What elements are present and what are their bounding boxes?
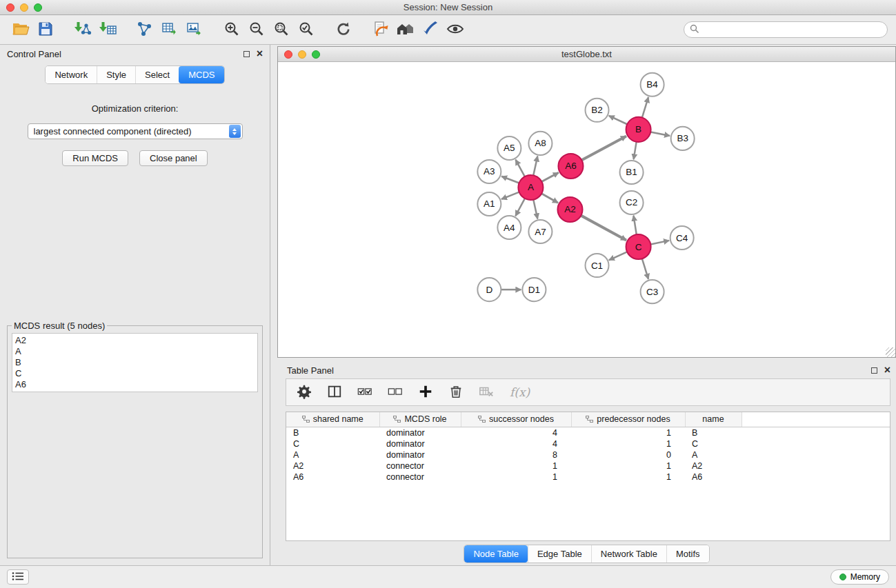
graph-node-C1[interactable]: C1 (585, 254, 608, 277)
graph-node-C[interactable]: C (626, 234, 651, 259)
network-close-button[interactable] (284, 50, 292, 59)
network-minimize-button[interactable] (298, 50, 306, 59)
select-all-button[interactable] (355, 383, 375, 402)
graph-node-A5[interactable]: A5 (497, 136, 521, 160)
graph-node-A2[interactable]: A2 (557, 197, 582, 222)
export-image-button[interactable] (182, 18, 207, 41)
zoom-out-button[interactable] (244, 18, 269, 41)
graph-node-B[interactable]: B (626, 117, 651, 142)
graph-edge-B-B4[interactable] (642, 97, 648, 118)
open-document-button[interactable] (368, 18, 393, 41)
import-network-button[interactable] (70, 18, 95, 41)
table-row[interactable]: Adominator80A (286, 449, 890, 460)
tab-network-table[interactable]: Network Table (591, 545, 666, 562)
graph-edge-A6-B[interactable] (581, 136, 626, 160)
result-item[interactable]: A2 (15, 335, 255, 346)
home-button[interactable] (393, 18, 418, 41)
graph-node-D[interactable]: D (477, 278, 501, 301)
result-item[interactable]: A6 (15, 379, 255, 390)
network-canvas[interactable]: B4B2BB3A5A8A6B1A3AC2A1A2A4A7C4CC1C3DD1 (278, 62, 895, 357)
column-header-shared-name[interactable]: shared name (286, 412, 379, 427)
import-table-button[interactable] (95, 18, 120, 41)
resize-grip[interactable] (886, 347, 895, 357)
graph-edge-A-A4[interactable] (515, 199, 525, 216)
tab-node-table[interactable]: Node Table (464, 545, 528, 562)
graph-edge-B-B2[interactable] (609, 116, 628, 124)
mcds-result-list[interactable]: A2 A B C A6 (12, 333, 258, 392)
float-panel-icon[interactable] (243, 51, 250, 57)
graph-node-A4[interactable]: A4 (497, 216, 521, 239)
result-item[interactable]: A (15, 346, 255, 357)
float-table-panel-icon[interactable] (871, 367, 877, 374)
graph-node-A8[interactable]: A8 (528, 132, 552, 155)
graph-edge-C-C3[interactable] (642, 258, 648, 279)
graph-edge-B-B1[interactable] (634, 142, 637, 160)
graph-node-C2[interactable]: C2 (620, 191, 644, 214)
search-input[interactable] (704, 25, 882, 35)
maximize-window-button[interactable] (34, 3, 42, 12)
zoom-in-button[interactable] (219, 18, 244, 41)
export-table-button[interactable] (157, 18, 182, 41)
clone-network-button[interactable] (132, 18, 157, 41)
graph-edge-A-A5[interactable] (515, 160, 524, 177)
graph-node-C4[interactable]: C4 (670, 226, 694, 250)
graph-node-A1[interactable]: A1 (477, 192, 501, 216)
criterion-dropdown[interactable]: largest connected component (directed) (28, 123, 243, 139)
refresh-view-button[interactable] (331, 18, 356, 41)
tab-select[interactable]: Select (135, 66, 179, 83)
run-mcds-button[interactable]: Run MCDS (62, 150, 128, 166)
graph-edge-A-A8[interactable] (533, 156, 537, 175)
close-window-button[interactable] (6, 3, 14, 12)
table-row[interactable]: A2connector11A2 (286, 460, 890, 472)
graph-edge-A-A7[interactable] (533, 200, 537, 219)
graph-edge-A-A2[interactable] (541, 194, 558, 203)
column-header-successor-nodes[interactable]: successor nodes (461, 412, 571, 427)
close-table-panel-icon[interactable]: × (884, 366, 890, 374)
table-row[interactable]: A6connector11A6 (286, 472, 890, 483)
column-header-predecessor-nodes[interactable]: predecessor nodes (571, 412, 685, 427)
graph-node-C3[interactable]: C3 (641, 280, 664, 303)
graph-node-A6[interactable]: A6 (558, 154, 583, 179)
graph-edge-A2-C[interactable] (581, 216, 626, 241)
close-panel-button[interactable]: Close panel (139, 150, 208, 166)
close-panel-icon[interactable]: × (257, 50, 263, 58)
result-item[interactable]: C (15, 368, 255, 379)
graph-edge-B-B3[interactable] (650, 132, 670, 136)
graph-node-B2[interactable]: B2 (585, 99, 608, 122)
new-column-button[interactable] (416, 383, 435, 402)
delete-table-button[interactable] (477, 383, 496, 402)
graph-node-B3[interactable]: B3 (671, 127, 695, 150)
zoom-fit-button[interactable] (269, 18, 294, 41)
graph-node-A7[interactable]: A7 (528, 220, 552, 243)
zoom-selected-button[interactable] (294, 18, 319, 41)
graph-node-D1[interactable]: D1 (522, 278, 546, 301)
minimize-window-button[interactable] (20, 3, 28, 12)
show-columns-button[interactable] (325, 383, 344, 402)
tab-motifs[interactable]: Motifs (666, 545, 709, 562)
graph-node-A[interactable]: A (518, 175, 543, 200)
tab-style[interactable]: Style (97, 66, 135, 83)
graph-edge-C-C4[interactable] (650, 241, 669, 245)
apply-style-button[interactable] (418, 18, 443, 41)
memory-button[interactable]: Memory (830, 569, 889, 585)
graph-edge-A-A3[interactable] (501, 176, 519, 183)
table-row[interactable]: Cdominator41C (286, 438, 890, 449)
deselect-all-button[interactable] (386, 383, 405, 402)
network-maximize-button[interactable] (312, 50, 320, 59)
graph-edge-A-A1[interactable] (501, 192, 519, 199)
result-item[interactable]: B (15, 357, 255, 368)
show-hide-button[interactable] (443, 18, 468, 41)
show-panels-button[interactable] (7, 569, 29, 585)
delete-column-button[interactable] (446, 383, 466, 402)
column-header-name[interactable]: name (685, 412, 741, 427)
save-session-button[interactable] (33, 18, 58, 41)
table-options-button[interactable] (295, 383, 314, 402)
graph-node-A3[interactable]: A3 (477, 160, 501, 183)
column-header-mcds-role[interactable]: MCDS role (379, 412, 461, 427)
graph-node-B1[interactable]: B1 (620, 161, 644, 184)
graph-edge-A-A6[interactable] (541, 172, 559, 181)
graph-edge-C-C1[interactable] (609, 252, 627, 260)
graph-node-B4[interactable]: B4 (641, 73, 664, 97)
tab-network[interactable]: Network (46, 66, 97, 83)
table-row[interactable]: Bdominator41B (286, 427, 890, 438)
